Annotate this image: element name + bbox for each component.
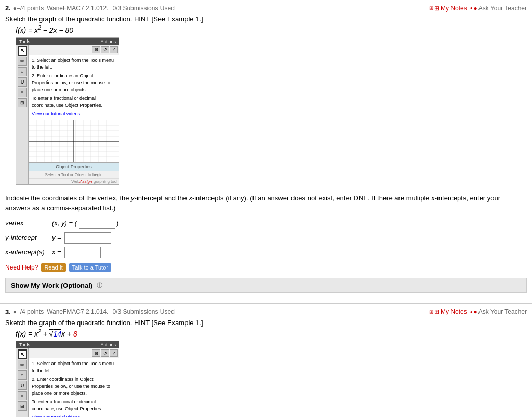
coordinates-section-2: Indicate the coordinates of the vertex, …: [5, 193, 527, 258]
action-btn-3-2[interactable]: ✓: [110, 46, 118, 53]
yintercept-eq-2: y =: [52, 234, 61, 241]
problem-3: 3. ●–/4 points WaneFMAC7 2.1.014. 0/3 Su…: [0, 304, 532, 417]
problem-2-info: 2. ●–/4 points WaneFMAC7 2.1.012. 0/3 Su…: [5, 4, 175, 12]
graph-main-3: ⊟ ↺ ✓ 1. Select an object from the Tools…: [29, 348, 119, 417]
vertex-label-2: vertex: [5, 219, 52, 227]
function-x-3: x: [20, 329, 24, 338]
xintercept-input-2[interactable]: [64, 247, 101, 258]
select-hint-2: Select a Tool or Object to begin: [29, 171, 119, 178]
xintercept-input-area-2: x =: [52, 247, 101, 258]
problem-2-id: WaneFMAC7 2.1.012.: [47, 5, 108, 12]
yintercept-input-2[interactable]: [64, 232, 111, 244]
yintercept-row-2: y-intercept y =: [5, 232, 527, 244]
extra-tool-2[interactable]: ⊞: [18, 98, 27, 107]
need-help-label-2: Need Help?: [5, 264, 38, 271]
graph-header-3: Tools Actions: [16, 341, 119, 348]
graph-header-2: Tools Actions: [16, 38, 119, 45]
graph-instr1-3: 1. Select an object from the Tools menu …: [32, 360, 116, 374]
xintercept-row-2: x-intercept(s) x =: [5, 247, 527, 258]
problem-2-title: Sketch the graph of the quadratic functi…: [5, 15, 527, 23]
curve-tool-2[interactable]: ∪: [18, 77, 27, 87]
dot-tool-3[interactable]: •: [18, 391, 27, 400]
action-btns-3: ⊟ ↺ ✓: [29, 348, 119, 358]
notes-icon: ⊞: [434, 5, 440, 12]
action-btn-2-3[interactable]: ↺: [101, 349, 109, 357]
yintercept-input-area-2: y =: [52, 232, 111, 244]
problem-3-info: 3. ●–/4 points WaneFMAC7 2.1.014. 0/3 Su…: [5, 308, 175, 316]
dot-tool-2[interactable]: •: [18, 88, 27, 97]
problem-2-number: 2.: [5, 4, 11, 12]
graph-footer-2: WebAssign graphing tool: [29, 178, 119, 184]
problem-3-header: 3. ●–/4 points WaneFMAC7 2.1.014. 0/3 Su…: [5, 308, 527, 316]
tools-panel-2: ↖ ✏ ○ ∪ • ⊞: [16, 45, 29, 184]
graph-body-2: ↖ ✏ ○ ∪ • ⊞ ⊟ ↺ ✓ 1.: [16, 45, 119, 184]
problem-2-bullet: ●–/4 points: [13, 5, 44, 12]
graph-tool-area-2: Tools Actions ↖ ✏ ○ ∪ • ⊞ ⊟: [10, 37, 527, 189]
circle-tool-2[interactable]: ○: [18, 67, 27, 76]
vertex-input-area-2: (x, y) = ( ): [52, 218, 118, 229]
talk-tutor-btn-2[interactable]: Talk to a Tutor: [69, 263, 111, 272]
problem-3-id: WaneFMAC7 2.1.014.: [47, 308, 108, 315]
problem-3-bullet: ●–/4 points: [13, 308, 44, 315]
show-work-container-2: Show My Work (Optional) ⓘ: [5, 278, 527, 293]
arrow-tool-2[interactable]: ↖: [18, 46, 27, 56]
extra-tool-3[interactable]: ⊞: [18, 401, 27, 411]
problem-2-submissions: 0/3 Submissions Used: [112, 5, 174, 12]
object-props-2: Object Properties: [29, 162, 119, 171]
vertex-xy-label-2: (x, y) = (: [52, 219, 77, 227]
tools-label-3: Tools: [16, 341, 97, 348]
vertex-close-2: ): [116, 219, 118, 227]
actions-label-3: Actions: [97, 341, 119, 348]
graph-instructions-2: 1. Select an object from the Tools menu …: [29, 55, 119, 120]
show-work-label-2: Show My Work (Optional): [11, 281, 92, 289]
action-btn-1-3[interactable]: ⊟: [92, 349, 100, 357]
graph-main-2: ⊟ ↺ ✓ 1. Select an object from the Tools…: [29, 45, 119, 184]
ask-teacher-icon-3: ●: [474, 308, 477, 315]
ask-teacher-icon: ●: [474, 5, 477, 12]
pencil-tool-3[interactable]: ✏: [18, 360, 27, 369]
coord-intro-2: Indicate the coordinates of the vertex, …: [5, 193, 527, 213]
problem-2-header: 2. ●–/4 points WaneFMAC7 2.1.012. 0/3 Su…: [5, 4, 527, 12]
tools-panel-3: ↖ ✏ ○ ∪ • ⊞: [16, 348, 29, 417]
yintercept-label-2: y-intercept: [5, 234, 52, 241]
curve-tool-3[interactable]: ∪: [18, 381, 27, 390]
vertex-row-2: vertex (x, y) = ( ): [5, 218, 527, 229]
graph-instructions-3: 1. Select an object from the Tools menu …: [29, 358, 119, 417]
problem-2-ask-teacher[interactable]: ● Ask Your Teacher: [470, 5, 527, 12]
graph-instr2-3: 2. Enter coordinates in Object Propertie…: [32, 376, 116, 397]
problem-3-number: 3.: [5, 308, 11, 316]
notes-icon-3: ⊞: [434, 308, 440, 315]
actions-label-2: Actions: [97, 38, 119, 45]
action-btn-2-2[interactable]: ↺: [101, 46, 109, 53]
graph-instr3-2: To enter a fractional or decimal coordin…: [32, 95, 116, 109]
vertex-input-2[interactable]: [79, 218, 115, 229]
problem-3-ask-teacher[interactable]: ● Ask Your Teacher: [470, 308, 527, 315]
graph-tool-2[interactable]: Tools Actions ↖ ✏ ○ ∪ • ⊞ ⊟: [16, 37, 119, 185]
graph-body-3: ↖ ✏ ○ ∪ • ⊞ ⊟ ↺ ✓ 1.: [16, 348, 119, 417]
problem-2: 2. ●–/4 points WaneFMAC7 2.1.012. 0/3 Su…: [0, 0, 532, 304]
graph-tutorial-link-2[interactable]: View our tutorial videos: [32, 111, 116, 118]
tools-label-2: Tools: [16, 38, 97, 45]
graph-tool-area-3: Tools Actions ↖ ✏ ○ ∪ • ⊞ ⊟: [10, 341, 527, 417]
pencil-tool-2[interactable]: ✏: [18, 57, 27, 66]
show-work-question-2: ⓘ: [97, 281, 102, 289]
circle-tool-3[interactable]: ○: [18, 370, 27, 380]
read-it-btn-2[interactable]: Read It: [41, 263, 65, 272]
sqrt-14-3: √14: [49, 329, 61, 338]
action-btn-3-3[interactable]: ✓: [110, 349, 118, 357]
graph-svg-2: [29, 120, 119, 162]
function-f-3: f: [16, 329, 18, 338]
problem-3-function: f(x) = x2 + √14x + 8: [16, 329, 527, 338]
graph-tool-3[interactable]: Tools Actions ↖ ✏ ○ ∪ • ⊞ ⊟: [16, 341, 119, 417]
show-work-2[interactable]: Show My Work (Optional) ⓘ: [5, 278, 527, 293]
graph-grid-2[interactable]: [29, 120, 119, 162]
help-section-2: Need Help? Read It Talk to a Tutor: [5, 263, 527, 272]
action-btn-1-2[interactable]: ⊟: [92, 46, 100, 53]
arrow-tool-3[interactable]: ↖: [18, 349, 27, 359]
problem-3-submissions: 0/3 Submissions Used: [112, 308, 174, 315]
graph-tutorial-link-3[interactable]: View our tutorial videos: [32, 414, 116, 417]
problem-2-my-notes[interactable]: ⊞ My Notes: [429, 5, 467, 12]
problem-3-my-notes[interactable]: ⊞ My Notes: [429, 308, 467, 315]
problem-2-header-right: ⊞ My Notes ● Ask Your Teacher: [429, 5, 527, 12]
action-btns-2: ⊟ ↺ ✓: [29, 45, 119, 55]
